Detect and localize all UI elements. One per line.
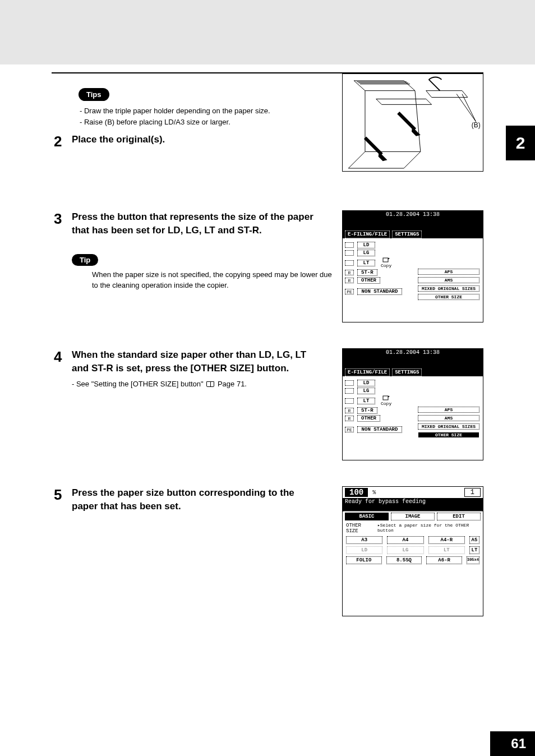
chapter-tab: 2: [506, 126, 535, 160]
copy-count: 1: [464, 488, 481, 497]
prompt-text: Select a paper size for the OTHER button: [377, 523, 469, 533]
panel-tab-settings[interactable]: SETTINGS: [392, 368, 422, 376]
size-nonstandard-button[interactable]: NON STANDARD: [357, 426, 402, 433]
tips-badge: Tips: [79, 88, 109, 101]
size-lg-button-dim[interactable]: LG: [387, 546, 423, 554]
step-title: Press the button that represents the siz…: [72, 210, 319, 237]
size-other-button[interactable]: OTHER: [357, 415, 380, 422]
mixed-sizes-button[interactable]: MIXED ORIGINAL SIZES: [418, 285, 479, 292]
size-ld-button[interactable]: LD: [357, 380, 375, 386]
tab-image[interactable]: IMAGE: [391, 513, 435, 520]
svg-marker-6: [388, 396, 390, 398]
aps-button[interactable]: APS: [418, 407, 479, 413]
size-str-button[interactable]: ST-R: [357, 407, 377, 414]
svg-marker-4: [388, 258, 390, 260]
step-tip-text: When the paper size is not specified, th…: [92, 269, 333, 291]
other-size-button-selected[interactable]: OTHER SIZE: [418, 432, 479, 438]
size-305x4-button[interactable]: 305x4: [467, 556, 479, 564]
size-other-button[interactable]: OTHER: [357, 277, 380, 284]
book-icon: [206, 381, 214, 387]
svg-rect-3: [383, 258, 388, 262]
other-size-button[interactable]: OTHER SIZE: [418, 294, 479, 300]
size-nonstandard-button[interactable]: NON STANDARD: [357, 288, 402, 295]
panel-datetime: 01.28.2004 13:38: [343, 349, 483, 356]
panel-tab-settings[interactable]: SETTINGS: [392, 231, 422, 238]
step-title: Place the original(s).: [72, 133, 165, 146]
size-a6r-button[interactable]: A6-R: [426, 556, 462, 564]
tip-item: Draw the triple paper holder depending o…: [84, 107, 270, 115]
panel-tab-efiling[interactable]: E-FILING/FILE: [345, 368, 390, 376]
size-lt-button-dim[interactable]: LT: [428, 546, 465, 554]
aps-button[interactable]: APS: [418, 269, 479, 275]
percent-sign: %: [372, 490, 376, 496]
size-ld-button[interactable]: LD: [357, 242, 375, 248]
copy-icon: Copy: [381, 257, 391, 268]
tab-basic[interactable]: BASIC: [345, 513, 389, 520]
page-header-gray: [0, 0, 535, 64]
step-number: 5: [52, 486, 72, 504]
size-str-button[interactable]: ST-R: [357, 269, 377, 276]
other-size-label: OTHER SIZE: [346, 523, 374, 534]
tip-badge: Tip: [72, 254, 98, 266]
size-85sq-button[interactable]: 8.5SQ: [386, 556, 422, 564]
status-bar: Ready for bypass feeding: [343, 498, 483, 505]
step-number: 3: [52, 210, 72, 228]
panel-tab-efiling[interactable]: E-FILING/FILE: [345, 231, 390, 238]
svg-rect-5: [383, 396, 388, 400]
size-ltr-button[interactable]: LT: [469, 546, 479, 554]
page-number: 61: [490, 731, 535, 756]
tip-item: Raise (B) before placing LD/A3 size or l…: [84, 118, 230, 126]
copier-panel-screenshot-sizes: 100 % 1 Ready for bypass feeding BASIC I…: [342, 486, 483, 616]
size-ld-button-dim[interactable]: LD: [346, 546, 382, 554]
size-lt-button[interactable]: LT: [357, 260, 375, 266]
copy-icon: Copy: [381, 395, 391, 406]
size-lg-button[interactable]: LG: [357, 250, 375, 256]
step-ref-text: See "Setting the [OTHER SIZE] button": [76, 380, 204, 388]
size-a4-button[interactable]: A4: [387, 536, 423, 544]
ams-button[interactable]: AMS: [418, 415, 479, 421]
size-a3-button[interactable]: A3: [346, 536, 382, 544]
copier-panel-screenshot: 01.28.2004 13:38 E-FILING/FILE SETTINGS …: [342, 210, 483, 322]
panel-datetime: 01.28.2004 13:38: [343, 211, 483, 218]
copier-panel-screenshot-othersize: 01.28.2004 13:38 E-FILING/FILE SETTINGS …: [342, 348, 483, 460]
size-lt-button[interactable]: LT: [357, 398, 375, 404]
mixed-sizes-button[interactable]: MIXED ORIGINAL SIZES: [418, 423, 479, 430]
step-title: Press the paper size button correspondin…: [72, 486, 319, 513]
size-a4r-button[interactable]: A4-R: [428, 536, 465, 544]
illustration-b-label: (B): [472, 121, 481, 129]
tab-edit[interactable]: EDIT: [437, 513, 481, 520]
step-number: 4: [52, 348, 72, 366]
size-lg-button[interactable]: LG: [357, 388, 375, 394]
paper-holder-illustration: (B): [342, 73, 483, 172]
ams-button[interactable]: AMS: [418, 277, 479, 283]
step-number: 2: [52, 133, 72, 150]
size-folio-button[interactable]: FOLIO: [346, 556, 382, 564]
step-ref-page: Page 71.: [218, 380, 247, 388]
step-title: When the standard size paper other than …: [72, 348, 319, 375]
zoom-percent: 100: [345, 488, 368, 497]
size-a5-button[interactable]: A5: [469, 536, 479, 544]
